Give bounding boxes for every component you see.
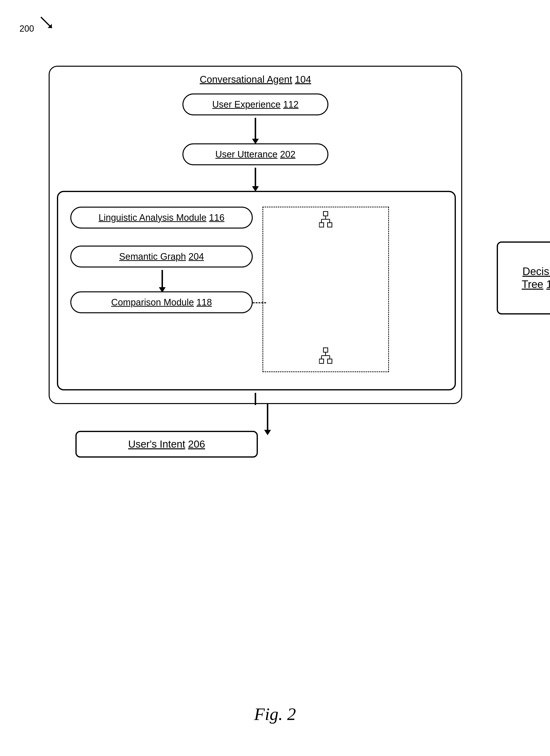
user-utterance-box: User Utterance 202 xyxy=(183,143,328,165)
decision-tree-label: Decision Tree 120 xyxy=(522,265,550,291)
conv-agent-box: Conversational Agent 104 User Experience… xyxy=(49,66,462,404)
arrow-uu-to-inner xyxy=(255,168,256,187)
tree-icon-bottom xyxy=(319,347,332,368)
dashed-box: Decision Tree 120 xyxy=(263,207,389,372)
svg-rect-15 xyxy=(328,359,332,363)
decision-tree-box: Decision Tree 120 xyxy=(497,241,550,314)
svg-rect-8 xyxy=(328,223,332,227)
svg-rect-14 xyxy=(319,359,324,363)
user-experience-label: User Experience 112 xyxy=(212,99,299,110)
arrow-ue-to-uu xyxy=(255,118,256,140)
arrow-conv-to-intent xyxy=(267,404,268,431)
comparison-module-label: Comparison Module 118 xyxy=(111,297,212,308)
tree-icon-top xyxy=(319,211,332,231)
semantic-graph-box: Semantic Graph 204 xyxy=(70,246,253,267)
user-utterance-label: User Utterance 202 xyxy=(215,149,295,160)
comparison-module-box: Comparison Module 118 xyxy=(70,291,253,313)
semantic-graph-label: Semantic Graph 204 xyxy=(119,251,204,262)
linguistic-analysis-label: Linguistic Analysis Module 116 xyxy=(99,212,225,223)
page-ref-number: 200 xyxy=(19,15,55,34)
svg-rect-2 xyxy=(323,212,328,216)
figure-label: Fig. 2 xyxy=(254,704,296,724)
conv-agent-label: Conversational Agent 104 xyxy=(200,74,311,85)
svg-rect-9 xyxy=(323,348,328,352)
svg-rect-7 xyxy=(319,223,324,227)
arrow-sg-to-cm xyxy=(162,270,163,288)
diagram-area: Conversational Agent 104 User Experience… xyxy=(49,66,486,528)
users-intent-label: User's Intent 206 xyxy=(128,438,205,450)
users-intent-box: User's Intent 206 xyxy=(75,431,258,458)
linguistic-analysis-box: Linguistic Analysis Module 116 xyxy=(70,207,253,229)
arrow-inner-down xyxy=(255,393,256,405)
user-experience-box: User Experience 112 xyxy=(183,93,328,115)
inner-analysis-box: Linguistic Analysis Module 116 Semantic … xyxy=(57,191,456,390)
